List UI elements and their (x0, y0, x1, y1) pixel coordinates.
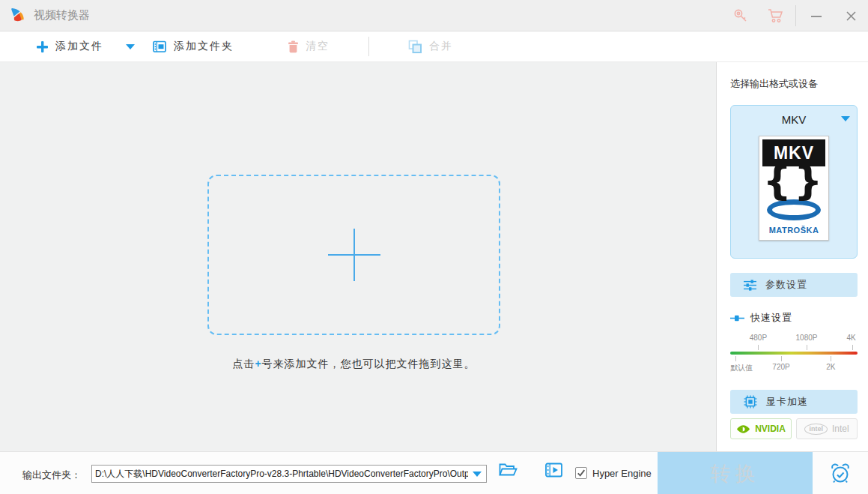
add-folder-button[interactable]: 添加文件夹 (148, 31, 238, 62)
close-button[interactable] (834, 0, 868, 31)
hyper-engine-toggle[interactable]: Hyper Engine (575, 467, 652, 479)
app-logo-icon (9, 7, 26, 24)
hyper-engine-label: Hyper Engine (592, 468, 652, 479)
slider-label-1080p: 1080P (796, 334, 818, 342)
format-selector-panel[interactable]: MKV MKV {} MATROŠKA (730, 105, 858, 259)
file-list-area: 点击+号来添加文件，您也可以把文件拖到这里。 (0, 62, 716, 451)
intel-label: Intel (832, 424, 849, 434)
quick-slider-icon (730, 315, 744, 322)
selected-format: MKV (782, 113, 807, 126)
toolbar-separator (368, 37, 369, 56)
convert-button[interactable]: 转换 (658, 452, 813, 494)
store-cart-icon[interactable] (758, 0, 792, 31)
resolution-slider-track[interactable] (730, 352, 858, 355)
dropzone-hint: 点击+号来添加文件，您也可以把文件拖到这里。 (207, 358, 500, 371)
add-file-label: 添加文件 (55, 40, 103, 53)
bottombar: 输出文件夹： D:\人人下载\HDVideoConverterFactoryPr… (0, 451, 868, 494)
register-key-icon[interactable] (723, 0, 758, 31)
toolbar: 添加文件 添加文件夹 清空 (0, 31, 868, 62)
parameter-settings-label: 参数设置 (765, 278, 807, 292)
gpu-vendor-row: NVIDIA intel Intel (730, 418, 858, 439)
gpu-acceleration-label: 显卡加速 (766, 395, 808, 409)
format-dropdown[interactable]: MKV (731, 106, 857, 133)
titlebar-controls (723, 0, 868, 31)
chip-icon (744, 395, 757, 409)
add-files-plus-icon[interactable] (328, 229, 380, 281)
sidebar-header: 选择输出格式或设备 (730, 77, 818, 91)
slider-tick (735, 356, 736, 361)
add-folder-label: 添加文件夹 (174, 40, 234, 53)
slider-label-480p: 480P (750, 334, 767, 342)
matroska-art: {} MATROŠKA (762, 166, 825, 237)
open-output-folder-icon[interactable] (499, 463, 518, 481)
nvidia-eye-icon (736, 424, 750, 434)
nvidia-label: NVIDIA (755, 424, 786, 434)
intel-logo: intel (804, 424, 828, 435)
clear-label: 清空 (306, 40, 330, 53)
plus-icon (36, 40, 49, 53)
quick-settings-header: 快速设置 (730, 311, 792, 325)
output-folder-label: 输出文件夹： (22, 469, 81, 482)
hint-plus: + (255, 358, 261, 370)
slider-label-4k: 4K (846, 334, 855, 342)
hyper-engine-checkbox[interactable] (575, 467, 587, 479)
slider-tick (831, 356, 831, 361)
checkmark-icon (577, 469, 586, 478)
app-window: 视频转换器 (0, 0, 868, 494)
clear-button[interactable]: 清空 (283, 31, 334, 62)
format-dropdown-arrow[interactable] (841, 116, 850, 121)
slider-label-2k: 2K (826, 363, 835, 371)
merge-label: 合并 (429, 40, 453, 53)
slider-label-default: 默认值 (730, 363, 753, 373)
titlebar: 视频转换器 (0, 0, 868, 31)
slider-tick (852, 345, 853, 350)
window-title: 视频转换器 (34, 8, 90, 22)
video-folder-icon (153, 40, 167, 53)
hint-suffix: 号来添加文件，您也可以把文件拖到这里。 (262, 358, 476, 370)
slider-label-720p: 720P (772, 363, 789, 371)
output-path-dropdown-arrow[interactable] (473, 472, 482, 477)
output-path-value[interactable]: D:\人人下载\HDVideoConverterFactoryPro-v28.3… (92, 468, 468, 481)
gpu-acceleration-button[interactable]: 显卡加速 (730, 390, 858, 414)
add-file-dropdown-arrow[interactable] (126, 44, 135, 49)
format-logo-title: MKV (762, 139, 825, 166)
nvidia-button[interactable]: NVIDIA (730, 418, 792, 439)
convert-label: 转换 (711, 460, 760, 487)
output-format-sidebar: 选择输出格式或设备 MKV MKV {} MATROŠKA (716, 62, 868, 451)
titlebar-separator (795, 5, 796, 26)
slider-tick (758, 345, 759, 350)
output-path-combobox[interactable]: D:\人人下载\HDVideoConverterFactoryPro-v28.3… (91, 465, 487, 483)
merge-icon (408, 40, 422, 54)
matroska-brand: MATROŠKA (762, 226, 825, 235)
hint-prefix: 点击 (232, 358, 255, 370)
sliders-icon (744, 280, 756, 291)
merge-button[interactable]: 合并 (404, 31, 458, 62)
video-preview-icon[interactable] (545, 463, 563, 481)
braces-glyph: {} (763, 166, 825, 205)
quick-settings-label: 快速设置 (750, 311, 792, 325)
file-dropzone[interactable] (207, 175, 500, 335)
resolution-slider: 480P 1080P 4K 默认值 720P 2K (730, 332, 858, 377)
slider-tick (781, 356, 782, 361)
schedule-alarm-icon[interactable] (828, 462, 852, 488)
intel-button[interactable]: intel Intel (796, 418, 858, 439)
add-file-button[interactable]: 添加文件 (31, 31, 108, 62)
trash-icon (288, 40, 299, 53)
parameter-settings-button[interactable]: 参数设置 (730, 273, 858, 297)
format-logo: MKV {} MATROŠKA (759, 136, 829, 241)
slider-tick (807, 345, 807, 350)
minimize-button[interactable] (799, 0, 834, 31)
